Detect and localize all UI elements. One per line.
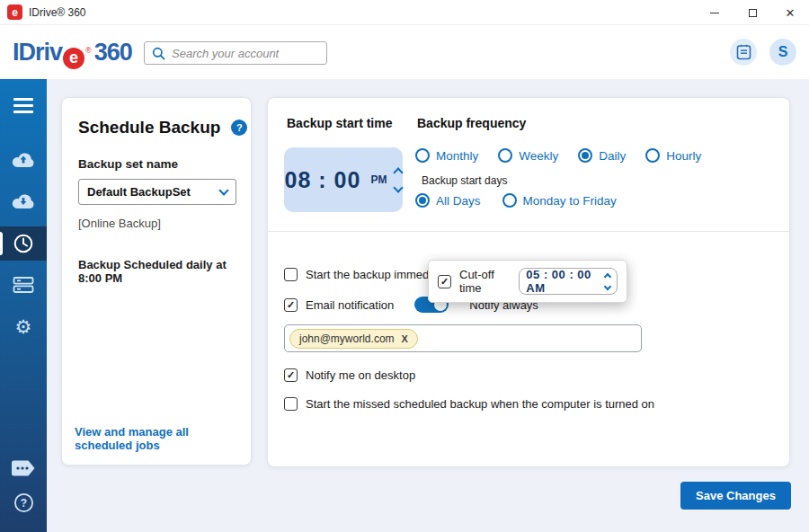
start-days-options: All Days Monday to Friday (415, 193, 617, 208)
backup-start-days-label: Backup start days (422, 174, 507, 187)
panel-title: Schedule Backup (78, 118, 220, 137)
notify-desktop-row: ✓ Notify me on desktop (284, 368, 415, 382)
sidebar-item-devices[interactable] (0, 268, 47, 302)
schedule-backup-panel: Schedule Backup ? Backup set name Defaul… (61, 97, 252, 466)
server-icon (13, 276, 34, 294)
cutoff-time-picker[interactable]: 05 : 00 : 00 AM (519, 268, 618, 295)
radio-all-days[interactable]: All Days (415, 193, 481, 208)
start-immediately-checkbox[interactable] (284, 268, 298, 281)
maximize-button[interactable] (733, 0, 771, 25)
cloud-download-icon (11, 191, 36, 210)
radio-icon (645, 148, 660, 163)
chevron-down-icon[interactable] (394, 182, 404, 192)
save-changes-button[interactable]: Save Changes (680, 482, 791, 510)
schedule-settings-panel: Backup start time 08 : 00 PM Backup freq… (267, 97, 790, 467)
section-divider (268, 231, 789, 232)
radio-monthly[interactable]: Monthly (415, 148, 478, 163)
search-placeholder: Search your account (172, 47, 279, 60)
manage-jobs-link[interactable]: View and manage all scheduled jobs (75, 425, 242, 452)
sidebar-item-schedule[interactable] (0, 226, 47, 261)
window-title: IDrive® 360 (29, 6, 86, 19)
checkbox-label: Email notification (306, 298, 394, 312)
window-controls: ✕ (696, 0, 809, 25)
brand-e-icon: e (63, 48, 84, 69)
backup-set-dropdown[interactable]: Default BackupSet (78, 179, 236, 205)
sidebar-item-chat[interactable] (0, 451, 47, 485)
radio-icon (502, 193, 517, 208)
schedule-summary: Backup Scheduled daily at 8:00 PM (78, 258, 240, 285)
sidebar-item-menu[interactable] (0, 88, 47, 122)
radio-selected-icon (415, 193, 430, 208)
radio-icon (498, 148, 512, 163)
cutoff-time-checkbox[interactable]: ✓ (438, 275, 451, 288)
svg-text:?: ? (20, 496, 26, 509)
email-tag: john@myworld.com X (289, 329, 418, 349)
missed-backup-row: Start the missed scheduled backup when t… (284, 397, 654, 411)
email-notification-checkbox[interactable]: ✓ (284, 298, 298, 312)
email-tag-text: john@myworld.com (299, 332, 395, 345)
radio-daily[interactable]: Daily (578, 148, 626, 163)
header-actions: S (730, 39, 796, 66)
question-mark-icon: ? (13, 492, 34, 513)
checkbox-label: Start the missed scheduled backup when t… (306, 397, 654, 411)
radio-selected-icon (578, 148, 592, 163)
backup-set-name-label: Backup set name (78, 157, 178, 171)
frequency-options: Monthly Weekly Daily Hourly (415, 148, 701, 163)
radio-label: Monthly (436, 149, 478, 163)
chevron-up-icon[interactable] (394, 167, 404, 177)
checkbox-label: Notify me on desktop (306, 368, 415, 382)
user-avatar[interactable]: S (769, 39, 796, 66)
start-time-picker[interactable]: 08 : 00 PM (284, 147, 403, 212)
sidebar-nav: ⚙ ? (0, 79, 47, 532)
clipboard-icon (736, 44, 751, 60)
cutoff-spinner (605, 274, 610, 289)
missed-backup-checkbox[interactable] (284, 397, 298, 411)
clock-icon (13, 233, 34, 254)
radio-weekly[interactable]: Weekly (498, 148, 558, 163)
brand-text-right: 360 (94, 39, 132, 66)
app-logo-icon: e (7, 4, 22, 20)
brand-logo: IDriv e ® 360 (13, 39, 132, 66)
search-icon (152, 47, 165, 60)
gear-icon: ⚙ (15, 317, 32, 336)
time-spinner (395, 169, 402, 191)
cutoff-time-value: 05 : 00 : 00 AM (526, 268, 600, 295)
sidebar-item-backup[interactable] (0, 142, 47, 176)
radio-monday-to-friday[interactable]: Monday to Friday (502, 193, 617, 208)
chat-bubble-icon (11, 459, 36, 477)
activity-log-button[interactable] (730, 39, 757, 66)
start-time-value: 08 : 00 (285, 167, 361, 193)
app-header: IDriv e ® 360 Search your account S (0, 26, 809, 79)
registered-mark: ® (85, 46, 92, 55)
cutoff-time-popup: ✓ Cut-off time 05 : 00 : 00 AM (428, 260, 627, 303)
radio-label: Monday to Friday (523, 194, 617, 208)
search-input[interactable]: Search your account (144, 41, 327, 65)
close-button[interactable]: ✕ (771, 0, 809, 25)
chevron-down-icon (218, 185, 228, 195)
maximize-icon (749, 9, 757, 17)
cloud-upload-icon (11, 150, 36, 169)
minimize-button[interactable] (696, 0, 733, 25)
notify-desktop-checkbox[interactable]: ✓ (284, 368, 298, 382)
cutoff-time-label: Cut-off time (459, 268, 511, 295)
minimize-icon (710, 13, 719, 13)
radio-label: Daily (599, 149, 626, 163)
backup-set-value: Default BackupSet (87, 185, 191, 199)
radio-icon (415, 148, 430, 163)
radio-label: Hourly (666, 149, 701, 163)
radio-label: All Days (436, 194, 481, 208)
sidebar-item-help[interactable]: ? (0, 485, 47, 519)
remove-email-icon[interactable]: X (402, 333, 408, 344)
sidebar-item-settings[interactable]: ⚙ (0, 309, 47, 343)
title-bar: e IDrive® 360 ✕ (0, 0, 809, 25)
radio-hourly[interactable]: Hourly (645, 148, 701, 163)
backup-frequency-label: Backup frequency (417, 116, 526, 130)
chevron-down-icon[interactable] (604, 282, 611, 289)
sidebar-item-restore[interactable] (0, 183, 47, 217)
brand-text-left: IDriv (13, 39, 62, 66)
backup-start-time-label: Backup start time (287, 116, 392, 130)
chevron-up-icon[interactable] (604, 272, 611, 279)
help-icon[interactable]: ? (231, 120, 247, 136)
radio-label: Weekly (519, 149, 558, 163)
notification-email-input[interactable]: john@myworld.com X (284, 324, 642, 352)
